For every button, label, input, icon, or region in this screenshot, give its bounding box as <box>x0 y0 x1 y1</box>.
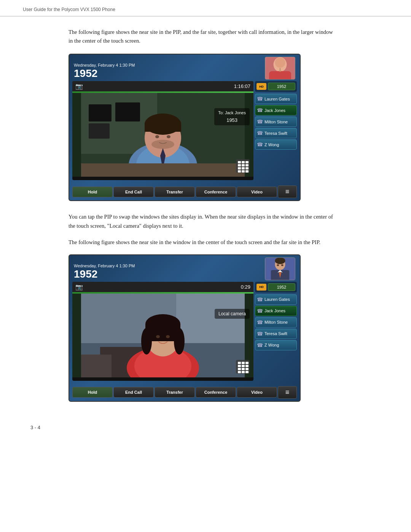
contact-label-jack-2: Jack Jones <box>264 308 285 313</box>
keypad-dot <box>238 167 241 169</box>
pip-box-2[interactable] <box>265 257 295 280</box>
video-panel-1: 📷 1:16:07 <box>72 81 253 180</box>
contact-icon-1: ☎ <box>257 96 263 102</box>
svg-rect-7 <box>89 104 112 121</box>
hold-button-2[interactable]: Hold <box>72 387 113 398</box>
contact-icon-5: ☎ <box>257 142 263 147</box>
end-call-button-1[interactable]: End Call <box>113 187 154 197</box>
contact-icon-6: ☎ <box>257 297 263 302</box>
end-call-button-2[interactable]: End Call <box>113 387 154 398</box>
camera-icon-2: 📷 <box>75 283 83 291</box>
action-bar-1: Hold End Call Transfer Conference Video … <box>69 183 300 200</box>
svg-point-18 <box>167 135 170 138</box>
right-sidebar-1: HD 1952 ☎ Lauren Gates ☎ Jack Jones ☎ Mi… <box>255 81 297 180</box>
contact-btn-zwong-1[interactable]: ☎ Z Wong <box>255 139 297 150</box>
contact-btn-jack-1[interactable]: ☎ Jack Jones <box>255 105 297 115</box>
status-bar-left-2: Wednesday, February 4 1:30 PM 1952 <box>74 264 135 280</box>
contact-icon-3: ☎ <box>257 119 263 125</box>
page-header: User Guide for the Polycom VVX 1500 Phon… <box>0 0 411 16</box>
keypad-dot <box>245 164 249 166</box>
hold-button-1[interactable]: Hold <box>72 187 113 197</box>
keypad-dot <box>245 167 249 169</box>
call-timer-2: 0:29 <box>241 284 250 290</box>
keypad-dot <box>245 170 249 173</box>
svg-rect-8 <box>115 102 140 121</box>
contact-icon-2: ☎ <box>257 107 263 113</box>
contact-btn-lauren-2[interactable]: ☎ Lauren Gates <box>255 294 297 305</box>
keypad-dot <box>245 362 249 364</box>
action-bar-2: Hold End Call Transfer Conference Video … <box>69 384 300 401</box>
active-ext-2[interactable]: 1952 <box>268 283 295 291</box>
mid-paragraph-2: The following figure shows the near site… <box>68 238 335 247</box>
right-sidebar-2: HD 1952 ☎ Lauren Gates ☎ Jack Jones ☎ Mi… <box>255 282 297 381</box>
menu-button-1[interactable]: ≡ <box>278 185 297 198</box>
contact-label-teresa-2: Teresa Swift <box>264 331 287 336</box>
contact-btn-milton-2[interactable]: ☎ Milton Stone <box>255 317 297 328</box>
svg-point-40 <box>141 328 152 355</box>
call-timer-1: 1:16:07 <box>234 83 250 89</box>
contact-label-zwong-2: Z Wong <box>264 343 279 347</box>
keypad-icon-wrap-1[interactable] <box>236 159 250 173</box>
video-content-1: To: Jack Jones 1953 <box>72 93 253 177</box>
contact-label-zwong-1: Z Wong <box>264 142 279 147</box>
page-number-area: 3 - 4 <box>0 425 411 442</box>
sidebar-top-2: HD 1952 <box>255 282 297 292</box>
keypad-icon-2[interactable] <box>236 360 250 374</box>
contact-label-milton-1: Milton Stone <box>264 120 288 124</box>
contact-btn-zwong-2[interactable]: ☎ Z Wong <box>255 340 297 350</box>
contact-btn-lauren-1[interactable]: ☎ Lauren Gates <box>255 94 297 104</box>
status-bar-1: Wednesday, February 4 1:30 PM 1952 <box>69 54 300 81</box>
contact-label-lauren-2: Lauren Gates <box>264 297 290 302</box>
active-ext-1[interactable]: 1952 <box>268 83 295 90</box>
local-camera-label-2: Local camera <box>215 309 250 319</box>
man-video-svg-1 <box>72 93 253 177</box>
video-button-2[interactable]: Video <box>237 387 277 398</box>
svg-point-27 <box>277 264 279 266</box>
contact-btn-jack-2[interactable]: ☎ Jack Jones <box>255 306 297 316</box>
camera-icon-1: 📷 <box>75 83 83 90</box>
menu-button-2[interactable]: ≡ <box>278 386 297 399</box>
contact-icon-8: ☎ <box>257 320 263 325</box>
keypad-dot <box>242 371 245 373</box>
main-area-1: 📷 1:16:07 <box>69 81 300 183</box>
transfer-button-2[interactable]: Transfer <box>155 387 195 398</box>
contact-btn-teresa-2[interactable]: ☎ Teresa Swift <box>255 329 297 339</box>
mid-paragraph-1: You can tap the PIP to swap the windows … <box>68 212 335 230</box>
keypad-dot <box>238 170 241 173</box>
hd-badge-1: HD <box>256 83 266 90</box>
keypad-dot <box>242 362 245 364</box>
conference-button-1[interactable]: Conference <box>196 187 236 197</box>
transfer-button-1[interactable]: Transfer <box>155 187 195 197</box>
svg-point-17 <box>155 135 159 138</box>
keypad-dot <box>245 371 249 373</box>
keypad-icon-1[interactable] <box>236 159 250 173</box>
conference-button-2[interactable]: Conference <box>196 387 236 398</box>
video-button-1[interactable]: Video <box>237 187 277 197</box>
to-label-1: To: Jack Jones <box>218 110 246 115</box>
keypad-dot <box>242 368 245 370</box>
keypad-dot <box>238 371 241 373</box>
pip-box-1[interactable] <box>265 57 295 80</box>
header-text: User Guide for the Polycom VVX 1500 Phon… <box>23 7 115 12</box>
video-top-bar-1: 📷 1:16:07 <box>72 81 253 91</box>
keypad-dot <box>238 362 241 364</box>
sidebar-top-1: HD 1952 <box>255 81 297 92</box>
contact-btn-milton-1[interactable]: ☎ Milton Stone <box>255 117 297 127</box>
contact-label-lauren-1: Lauren Gates <box>264 97 290 101</box>
call-num-1: 1953 <box>218 117 246 123</box>
contact-icon-7: ☎ <box>257 308 263 314</box>
page-content: The following figure shows the near site… <box>0 16 411 425</box>
contact-icon-4: ☎ <box>257 130 263 136</box>
keypad-dot <box>245 365 249 367</box>
status-bar-2: Wednesday, February 4 1:30 PM 1952 <box>69 255 300 282</box>
keypad-icon-wrap-2[interactable] <box>236 360 250 374</box>
video-content-2: Local camera <box>72 294 253 377</box>
svg-point-2 <box>275 58 285 68</box>
keypad-dot <box>242 170 245 173</box>
svg-point-42 <box>156 335 160 338</box>
page-number: 3 - 4 <box>30 425 40 430</box>
contact-btn-teresa-1[interactable]: ☎ Teresa Swift <box>255 128 297 138</box>
keypad-dot <box>242 365 245 367</box>
status-bar-left-1: Wednesday, February 4 1:30 PM 1952 <box>74 63 135 80</box>
svg-point-19 <box>151 140 174 149</box>
